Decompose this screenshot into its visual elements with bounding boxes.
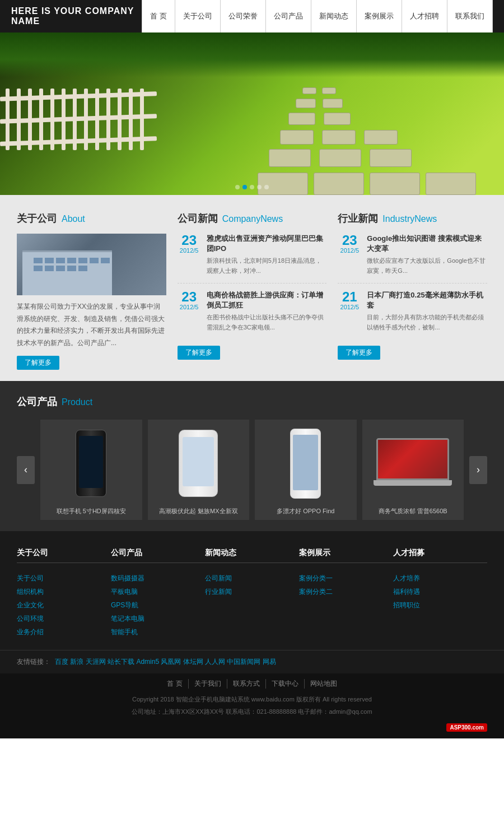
friendly-link-0[interactable]: 百度 <box>55 658 68 666</box>
footer-col-3: 案例展示案例分类一案例分类二 <box>299 548 393 639</box>
bottom-nav-item-0[interactable]: 首 页 <box>161 679 188 689</box>
footer-col-title-3: 案例展示 <box>299 548 393 563</box>
logo: HERE IS YOUR COMPANY NAME <box>11 6 142 26</box>
footer-link-3-0[interactable]: 案例分类一 <box>299 571 393 585</box>
news-date-1: 21 2012/5 <box>338 290 361 333</box>
footer-col-title-2: 新闻动态 <box>205 548 299 563</box>
news-item-1: 23 2012/5 电商价格战箭胜上游供应商：订单增倒员工抓狂 在图书价格战中让… <box>178 290 327 340</box>
footer-link-3-1[interactable]: 案例分类二 <box>299 585 393 598</box>
banner-path <box>213 32 504 195</box>
bottom-nav-item-4[interactable]: 网站地图 <box>305 679 343 689</box>
footer-link-4-2[interactable]: 招聘职位 <box>393 598 487 612</box>
product-name-1: 联想手机 5寸HD屏四核安 <box>45 507 138 515</box>
banner-fence <box>0 72 190 173</box>
product-item-4[interactable]: 商务气质浓郁 雷普6560B <box>362 420 464 520</box>
nav-item-3[interactable]: 公司产品 <box>266 0 311 32</box>
footer-link-1-3[interactable]: 笔记本电脑 <box>111 612 205 625</box>
friendly-link-9[interactable]: 网易 <box>263 658 276 666</box>
dot-5[interactable] <box>264 185 269 189</box>
bottom-nav-item-3[interactable]: 下载中心 <box>266 679 305 689</box>
product-item-2[interactable]: 高潮极伏此起 魅族MX全新双 <box>148 420 250 520</box>
banner <box>0 32 504 195</box>
footer-col-2: 新闻动态公司新闻行业新闻 <box>205 548 299 639</box>
footer-link-1-0[interactable]: 数码摄摄器 <box>111 571 205 585</box>
laptop-icon <box>376 438 449 489</box>
footer-link-0-3[interactable]: 公司环境 <box>17 612 111 625</box>
footer-col-4: 人才招募人才培养福利待遇招聘职位 <box>393 548 487 639</box>
product-item-3[interactable]: 多漂才好 OPPO Find <box>255 420 357 520</box>
banner-dots <box>235 185 269 189</box>
news-item-0: 23 2012/5 雅虎或出售亚洲资产推动阿里巴巴集团IPO 新浪科技讯，北京时… <box>178 234 327 283</box>
nav-item-4[interactable]: 新闻动态 <box>311 0 357 32</box>
friendly-link-6[interactable]: 体坛网 <box>183 658 203 666</box>
about-image <box>17 234 166 295</box>
friendly-link-8[interactable]: 中国新闻网 <box>227 658 260 666</box>
news-desc-1: 目前，大部分具有防水功能的手机壳都必须以牺牲手感为代价，被制... <box>367 313 487 332</box>
footer-link-1-1[interactable]: 平板电脑 <box>111 585 205 598</box>
bottom-nav-item-1[interactable]: 关于我们 <box>189 679 227 689</box>
nav-item-1[interactable]: 关于公司 <box>175 0 221 32</box>
footer-link-2-1[interactable]: 行业新闻 <box>205 585 299 598</box>
friendly-link-1[interactable]: 新浪 <box>70 658 83 666</box>
nav-item-0[interactable]: 首 页 <box>142 0 175 32</box>
industry-news-list: 23 2012/5 Google推出知识图谱 搜索模式迎来大变革 微软必应宣布了… <box>338 234 487 339</box>
product-img-4 <box>367 424 460 503</box>
footer-col-title-4: 人才招募 <box>393 548 487 563</box>
dot-2[interactable] <box>242 185 247 189</box>
product-list: 联想手机 5寸HD屏四核安 高潮极伏此起 魅族MX全新双 多漂才好 OPPO F… <box>35 420 469 520</box>
products-title: 公司产品 Product <box>17 395 487 408</box>
copyright2: 公司地址：上海市XX区XX路XX号 联系电话：021-88888888 电子邮件… <box>17 705 487 718</box>
friendly-links: 友情链接： 百度 新浪 天涯网 站长下载 Admin5 风凰网 体坛网 人人网 … <box>0 650 504 673</box>
news-title-1[interactable]: 电商价格战箭胜上游供应商：订单增倒员工抓狂 <box>207 290 327 310</box>
industry-news-more-btn[interactable]: 了解更多 <box>338 346 380 360</box>
header: HERE IS YOUR COMPANY NAME 首 页关于公司公司荣誉公司产… <box>0 0 504 32</box>
news-desc-1: 在图书价格战中让出版社头痛不已的争夺供需混乱之争在3C家电领... <box>207 313 327 332</box>
carousel-prev-btn[interactable]: ‹ <box>17 456 35 484</box>
product-item-1[interactable]: 联想手机 5寸HD屏四核安 <box>40 420 142 520</box>
copyright1: Copyright 2018 智能企业手机电脑建站系统 www.baidu.co… <box>17 693 487 705</box>
footer-link-4-1[interactable]: 福利待遇 <box>393 585 487 598</box>
about-text: 某某有限公司致力于XX业的发展，专业从事中润滑系统的研究、开发、制造及销售，凭借… <box>17 301 166 349</box>
news-title-0[interactable]: 雅虎或出售亚洲资产推动阿里巴巴集团IPO <box>207 234 327 254</box>
company-news-more-btn[interactable]: 了解更多 <box>178 346 220 360</box>
product-name-2: 高潮极伏此起 魅族MX全新双 <box>152 507 245 515</box>
phone3-icon <box>290 429 321 499</box>
footer-link-1-4[interactable]: 智能手机 <box>111 625 205 639</box>
news-desc-0: 新浪科技讯，北京时间5月18日液晶消息，观察人士称，对冲... <box>207 256 327 276</box>
footer-link-0-1[interactable]: 组织机构 <box>17 585 111 598</box>
friendly-links-label: 友情链接： <box>17 657 50 667</box>
carousel-next-btn[interactable]: › <box>469 456 487 484</box>
footer-link-0-2[interactable]: 企业文化 <box>17 598 111 612</box>
friendly-link-2[interactable]: 天涯网 <box>86 658 106 666</box>
product-img-2 <box>152 424 245 503</box>
footer-link-0-4[interactable]: 业务介绍 <box>17 625 111 639</box>
nav-item-2[interactable]: 公司荣誉 <box>221 0 266 32</box>
footer-link-0-0[interactable]: 关于公司 <box>17 571 111 585</box>
nav-item-7[interactable]: 联系我们 <box>447 0 493 32</box>
dot-4[interactable] <box>257 185 262 189</box>
news-title-0[interactable]: Google推出知识图谱 搜索模式迎来大变革 <box>367 234 487 254</box>
news-date-0: 23 2012/5 <box>338 234 361 276</box>
news-item-1: 21 2012/5 日本厂商打造0.25毫米超薄防水手机套 目前，大部分具有防水… <box>338 290 487 340</box>
footer-col-title-1: 公司产品 <box>111 548 205 563</box>
bottom-nav-links: 首 页关于我们联系方式下载中心网站地图 <box>17 679 487 689</box>
friendly-link-7[interactable]: 人人网 <box>205 658 225 666</box>
bottom-nav-item-2[interactable]: 联系方式 <box>227 679 266 689</box>
nav-item-5[interactable]: 案例展示 <box>357 0 402 32</box>
footer-link-1-2[interactable]: GPS导航 <box>111 598 205 612</box>
footer-link-2-0[interactable]: 公司新闻 <box>205 571 299 585</box>
about-more-btn[interactable]: 了解更多 <box>17 356 59 370</box>
friendly-link-4[interactable]: Admin5 <box>136 658 159 666</box>
friendly-link-5[interactable]: 风凰网 <box>161 658 181 666</box>
dot-1[interactable] <box>235 185 240 189</box>
news-title-1[interactable]: 日本厂商打造0.25毫米超薄防水手机套 <box>367 290 487 310</box>
dot-3[interactable] <box>250 185 254 189</box>
news-item-0: 23 2012/5 Google推出知识图谱 搜索模式迎来大变革 微软必应宣布了… <box>338 234 487 283</box>
nav-item-6[interactable]: 人才招聘 <box>402 0 447 32</box>
news-date-1: 23 2012/5 <box>178 290 201 333</box>
watermark-bar: ASP300.com <box>0 721 504 738</box>
footer-link-4-0[interactable]: 人才培养 <box>393 571 487 585</box>
industry-news-col: 行业新闻 IndustryNews 23 2012/5 Google推出知识图谱… <box>338 212 487 370</box>
news-desc-0: 微软必应宣布了大改版以后，Google也不甘寂寞，昨天G... <box>367 256 487 276</box>
friendly-link-3[interactable]: 站长下载 <box>108 658 134 666</box>
